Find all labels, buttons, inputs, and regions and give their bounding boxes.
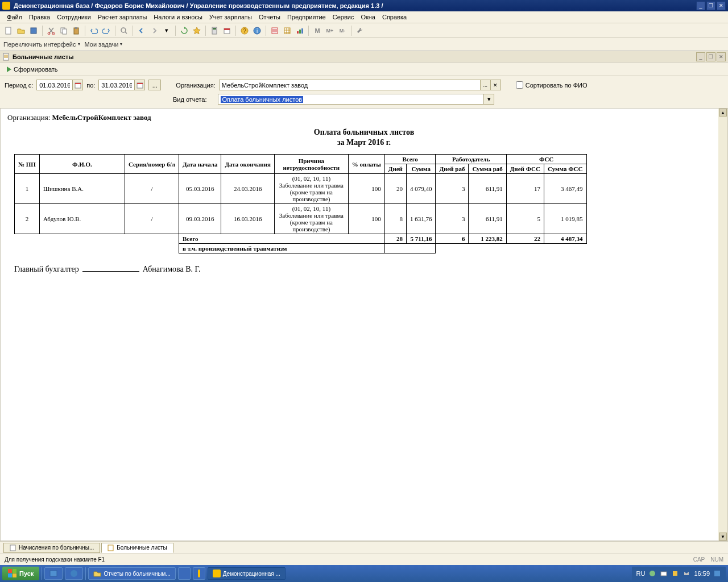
svg-rect-35 — [213, 569, 221, 577]
cut-icon[interactable] — [46, 26, 56, 36]
menu-employees[interactable]: Сотрудники — [53, 13, 94, 22]
taskbar-item-1[interactable]: Отчеты по больничным... — [88, 567, 175, 580]
tray-clock[interactable]: 16:59 — [694, 570, 710, 577]
quick-launch-1[interactable] — [44, 567, 63, 580]
redo-icon[interactable] — [101, 26, 111, 36]
tab-sick-leave[interactable]: Больничные листы — [101, 543, 173, 553]
col-date-start: Дата начала — [179, 155, 221, 174]
menu-enterprise[interactable]: Предприятие — [284, 13, 329, 22]
tray-icon-5[interactable] — [713, 569, 721, 577]
calendar-icon[interactable] — [222, 26, 232, 36]
find-icon[interactable] — [119, 26, 129, 36]
grid-icon[interactable] — [282, 26, 292, 36]
copy-icon[interactable] — [59, 26, 69, 36]
period-from-input[interactable] — [36, 80, 73, 90]
org-input[interactable] — [219, 80, 481, 90]
svg-rect-24 — [75, 83, 81, 84]
report-subtitle: за Март 2016 г. — [7, 138, 721, 147]
vertical-scrollbar[interactable]: ▲ ▼ — [718, 109, 727, 541]
refresh-icon[interactable] — [179, 26, 189, 36]
generate-button[interactable]: Сформировать — [5, 65, 60, 74]
menu-reports[interactable]: Отчеты — [255, 13, 284, 22]
menu-bar: Файл Правка Сотрудники Расчет зарплаты Н… — [0, 11, 728, 23]
maximize-button[interactable]: ❐ — [706, 1, 715, 10]
menu-file[interactable]: Файл — [3, 13, 26, 22]
tray-icon-4[interactable] — [682, 569, 690, 577]
doc-close-button[interactable]: ✕ — [717, 52, 726, 61]
system-tray: RU 16:59 — [632, 567, 726, 580]
save-icon[interactable] — [28, 26, 39, 36]
period-to-calendar-button[interactable] — [135, 80, 145, 90]
dropdown-icon[interactable]: ▾ — [162, 26, 172, 36]
chart-icon[interactable] — [295, 26, 305, 36]
switch-interface-button[interactable]: Переключить интерфейс ▾ — [3, 41, 80, 48]
undo-icon[interactable] — [89, 26, 99, 36]
open-icon[interactable] — [16, 26, 26, 36]
report-type-value: Оплата больничных листов — [221, 96, 303, 103]
period-choose-button[interactable]: ... — [148, 80, 161, 90]
my-tasks-button[interactable]: Мои задачи ▾ — [85, 41, 123, 48]
org-label: Организация: — [176, 82, 215, 89]
tab-accruals[interactable]: Начисления по больничны... — [3, 543, 100, 553]
doc-restore-button[interactable]: ❐ — [706, 52, 715, 61]
menu-payroll[interactable]: Расчет зарплаты — [94, 13, 151, 22]
org-clear-button[interactable]: ✕ — [491, 80, 501, 90]
tray-icon-3[interactable] — [671, 569, 679, 577]
status-bar: Для получения подсказки нажмите F1 CAP N… — [0, 554, 728, 565]
col-fss: ФСС — [506, 155, 586, 164]
help-icon[interactable]: ? — [239, 26, 250, 36]
sort-checkbox-input[interactable] — [516, 81, 523, 89]
org-choose-button[interactable]: ... — [481, 80, 491, 90]
report-viewport: Организация: МебельСтройКомплект завод О… — [0, 108, 728, 541]
col-serial: Серия/номер б/л — [125, 155, 179, 174]
period-from-label: Период с: — [5, 82, 33, 89]
close-button[interactable]: ✕ — [717, 1, 726, 10]
period-to-input[interactable] — [98, 80, 135, 90]
taskbar-item-2[interactable]: Демонстрационная ... — [208, 567, 286, 580]
windows-taskbar: Пуск Отчеты по больничным... Демонстраци… — [0, 565, 728, 582]
tray-lang[interactable]: RU — [636, 570, 646, 577]
doc-minimize-button[interactable]: _ — [696, 52, 705, 61]
scroll-up-button[interactable]: ▲ — [719, 109, 727, 117]
start-button[interactable]: Пуск — [2, 567, 39, 580]
windows-logo-icon — [8, 569, 17, 578]
report-type-dropdown-button[interactable]: ▾ — [484, 94, 494, 105]
menu-edit[interactable]: Правка — [26, 13, 53, 22]
tray-icon-2[interactable] — [660, 569, 668, 577]
menu-help[interactable]: Справка — [379, 13, 410, 22]
tray-icon-1[interactable] — [648, 569, 656, 577]
info-icon[interactable]: i — [252, 26, 262, 36]
quick-launch-2[interactable] — [65, 567, 83, 580]
taskbar-item-spacer[interactable] — [178, 567, 191, 580]
period-from-calendar-button[interactable] — [73, 80, 83, 90]
calc-icon[interactable] — [209, 26, 220, 36]
new-icon[interactable] — [3, 26, 14, 36]
scroll-down-button[interactable]: ▼ — [719, 533, 727, 541]
menu-windows[interactable]: Окна — [357, 13, 379, 22]
back-icon[interactable] — [136, 26, 147, 36]
taskbar-item-1c[interactable] — [193, 567, 205, 580]
document-area: Больничные листы _ ❐ ✕ Сформировать Пери… — [0, 51, 728, 554]
m-btn[interactable]: M — [312, 26, 322, 36]
svg-rect-5 — [63, 29, 67, 34]
col-employer: Работодатель — [436, 155, 506, 164]
period-to-label: по: — [86, 82, 95, 89]
menu-service[interactable]: Сервис — [329, 13, 358, 22]
minimize-button[interactable]: _ — [696, 1, 705, 10]
menu-accounting[interactable]: Учет зарплаты — [206, 13, 255, 22]
sort-by-fio-checkbox[interactable]: Сортировать по ФИО — [516, 81, 588, 89]
star-icon[interactable] — [192, 26, 202, 36]
col-sum-fss: Сумма ФСС — [544, 164, 586, 174]
signature-line: Главный бухгалтерАбнагимова В. Г. — [14, 265, 721, 274]
col-npp: № ПП — [15, 155, 40, 174]
play-icon — [7, 66, 11, 72]
col-days-fss: Дней ФСС — [506, 164, 544, 174]
m-minus-btn[interactable]: M- — [337, 26, 348, 36]
list-icon[interactable] — [270, 26, 280, 36]
report-type-dropdown[interactable]: Оплата больничных листов ▾ — [218, 94, 494, 105]
forward-icon[interactable] — [149, 26, 159, 36]
wrench-icon[interactable] — [355, 26, 365, 36]
paste-icon[interactable] — [71, 26, 81, 36]
m-plus-btn[interactable]: M+ — [325, 26, 335, 36]
menu-taxes[interactable]: Налоги и взносы — [150, 13, 206, 22]
